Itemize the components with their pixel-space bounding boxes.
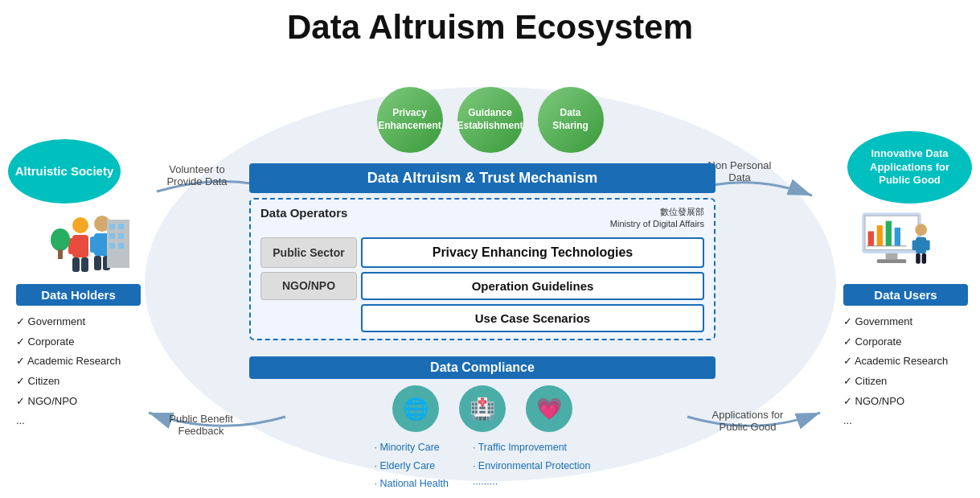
national-health: · National Health <box>374 475 448 493</box>
data-holders-label: Data Holders <box>16 284 141 306</box>
svg-rect-16 <box>118 224 124 229</box>
data-users-label: Data Users <box>843 284 968 306</box>
svg-rect-25 <box>868 231 874 245</box>
right-more: ········· <box>473 475 591 493</box>
person-illustration <box>44 208 133 280</box>
svg-rect-27 <box>886 220 892 245</box>
heart-icon: 💗 <box>536 397 562 422</box>
holder-government: ✓ Government <box>16 312 141 332</box>
volunteer-label: Volunteer toProvide Data <box>149 163 245 187</box>
svg-rect-5 <box>80 238 88 254</box>
operators-box: Data Operators 數位發展部 Ministry of Digital… <box>249 198 716 340</box>
benefit-col-left: · Minority Care · Elderly Care · Nationa… <box>374 438 448 498</box>
guidance-establishment-circle: Guidance Establishment <box>457 87 523 153</box>
svg-rect-20 <box>118 243 124 249</box>
moda-logo: 數位發展部 Ministry of Digital Affairs <box>610 206 704 231</box>
privacy-enhancement-circle: Privacy Enhancement <box>377 87 443 153</box>
data-users-section: Data Users ✓ Government ✓ Corporate ✓ Ac… <box>843 284 968 431</box>
compliance-icons: 🌐 🏥 💗 <box>249 385 716 432</box>
svg-rect-6 <box>72 257 80 272</box>
compliance-header: Data Compliance <box>249 356 716 379</box>
svg-rect-12 <box>94 256 101 270</box>
benefit-columns: · Minority Care · Elderly Care · Nationa… <box>249 438 716 498</box>
operators-grid: Public Sector Privacy Enhancing Technolo… <box>260 237 704 332</box>
svg-rect-26 <box>877 225 883 246</box>
operators-title: Data Operators <box>260 206 347 220</box>
svg-rect-7 <box>81 257 88 272</box>
minority-care: · Minority Care <box>374 438 448 457</box>
holder-ngo: ✓ NGO/NPO <box>16 392 141 412</box>
svg-rect-19 <box>109 243 115 249</box>
benefit-col-right: · Traffic Improvement · Environmental Pr… <box>473 438 591 498</box>
svg-point-32 <box>915 224 927 236</box>
data-sharing-circle: Data Sharing <box>538 87 604 153</box>
monitor-illustration <box>847 208 936 280</box>
svg-rect-17 <box>109 233 115 239</box>
svg-rect-35 <box>924 240 929 250</box>
ngo-tag: NGO/NPO <box>260 272 357 300</box>
globe-icon-circle: 🌐 <box>392 385 439 432</box>
globe-icon: 🌐 <box>403 397 428 422</box>
operation-guidelines-box: Operation Guidelines <box>361 272 704 300</box>
svg-rect-31 <box>877 259 907 263</box>
user-academic: ✓ Academic Research <box>843 352 968 372</box>
svg-rect-18 <box>118 233 124 239</box>
publicbenefit-label: Public BenefitFeedback <box>149 413 253 437</box>
data-holders-section: Data Holders ✓ Government ✓ Corporate ✓ … <box>16 284 141 431</box>
heart-icon-circle: 💗 <box>526 385 572 432</box>
svg-point-21 <box>51 228 70 251</box>
traffic-improvement: · Traffic Improvement <box>473 438 591 457</box>
user-corporate: ✓ Corporate <box>843 332 968 352</box>
data-holders-list: ✓ Government ✓ Corporate ✓ Academic Rese… <box>16 312 141 431</box>
elderly-care: · Elderly Care <box>374 457 448 475</box>
health-icon-circle: 🏥 <box>459 385 506 432</box>
altruistic-society-bubble: Altruistic Society <box>8 139 121 204</box>
trust-header: Data Altruism & Trust Mechanism <box>249 163 716 193</box>
svg-rect-10 <box>90 237 98 253</box>
svg-point-2 <box>72 217 88 233</box>
public-sector-tag: Public Sector <box>260 237 357 268</box>
holder-corporate: ✓ Corporate <box>16 332 141 352</box>
user-government: ✓ Government <box>843 312 968 332</box>
svg-rect-36 <box>916 253 921 263</box>
privacy-tech-box: Privacy Enhancing Technologies <box>361 237 704 268</box>
diagram-container: Volunteer toProvide Data Non PersonalDat… <box>0 51 980 498</box>
svg-rect-30 <box>886 253 898 258</box>
holder-more: ... <box>16 411 141 431</box>
left-more: · · <box>374 493 448 499</box>
central-mechanism-box: Data Altruism & Trust Mechanism Data Ope… <box>249 163 716 345</box>
user-more: ... <box>843 411 968 431</box>
svg-rect-15 <box>109 224 115 229</box>
compliance-section: Data Compliance 🌐 🏥 💗 · Minority Care · … <box>249 356 716 498</box>
health-icon: 🏥 <box>469 397 495 422</box>
user-ngo: ✓ NGO/NPO <box>843 392 968 412</box>
usecase-box: Use Case Scenarios <box>361 304 704 332</box>
svg-rect-28 <box>895 227 900 245</box>
holder-citizen: ✓ Citizen <box>16 372 141 392</box>
page-title: Data Altruism Ecosystem <box>0 0 980 47</box>
holder-academic: ✓ Academic Research <box>16 352 141 372</box>
svg-rect-34 <box>912 240 918 250</box>
operators-header: Data Operators 數位發展部 Ministry of Digital… <box>260 206 704 231</box>
user-citizen: ✓ Citizen <box>843 372 968 392</box>
top-circles: Privacy Enhancement Guidance Establishme… <box>377 87 604 153</box>
svg-rect-22 <box>58 249 63 259</box>
environmental-protection: · Environmental Protection <box>473 457 591 475</box>
data-users-list: ✓ Government ✓ Corporate ✓ Academic Rese… <box>843 312 968 431</box>
innovative-data-bubble: Innovative Data Applications for Public … <box>847 131 972 204</box>
svg-rect-37 <box>922 253 927 263</box>
